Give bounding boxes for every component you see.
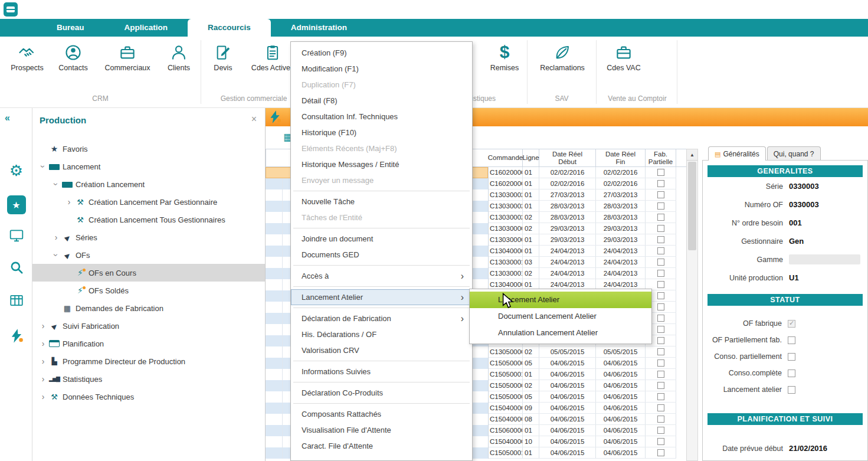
fab-partielle-checkbox[interactable]	[657, 191, 664, 198]
submenu-item[interactable]: Lancement Atelier	[470, 292, 651, 308]
fab-partielle-checkbox[interactable]	[657, 169, 664, 176]
grid-row[interactable]: C13030002 01 28/03/2013 28/03/2013	[489, 201, 676, 212]
menu-item[interactable]: Lancement Atelier	[291, 289, 472, 305]
tree-expander-icon[interactable]	[37, 374, 49, 384]
fab-partielle-checkbox[interactable]	[657, 270, 664, 277]
grid-row[interactable]: C15050001 01 04/06/2015 04/06/2015	[489, 369, 676, 380]
tree-item[interactable]: OFs	[32, 246, 265, 264]
tree-expander-icon[interactable]	[37, 321, 49, 331]
status-checkbox[interactable]	[788, 386, 795, 394]
menu-item[interactable]: Tâches de l'Entité	[291, 210, 472, 225]
tree-expander-icon[interactable]	[50, 233, 62, 242]
tree-item[interactable]: Lancement	[32, 158, 265, 175]
grid-row[interactable]: C13030002 02 28/03/2013 28/03/2013	[489, 212, 676, 223]
tree-item[interactable]: OFs en Cours	[32, 264, 265, 282]
tree-item[interactable]: Données Techniques	[32, 388, 265, 406]
tree-expander-icon[interactable]	[50, 179, 62, 189]
menu-item[interactable]: Joindre un document	[291, 231, 472, 247]
fab-partielle-checkbox[interactable]	[657, 303, 664, 310]
fab-partielle-checkbox[interactable]	[657, 371, 664, 378]
fab-partielle-checkbox[interactable]	[657, 247, 664, 254]
fab-partielle-checkbox[interactable]	[657, 337, 664, 344]
grid-row[interactable]: C1305000C 02 05/05/2015 05/05/2015	[489, 346, 676, 358]
devis-button[interactable]: Devis	[205, 44, 241, 81]
app-icon[interactable]	[4, 2, 18, 17]
grid-row[interactable]: C13030001 03 24/04/2013 24/04/2013	[489, 257, 676, 268]
tree-item[interactable]: Planification	[32, 335, 265, 352]
tree-item[interactable]: Programme Directeur de Production	[32, 352, 265, 370]
menu-item[interactable]: Envoyer un message	[291, 172, 472, 188]
fab-partielle-checkbox[interactable]	[657, 326, 664, 333]
menu-tab[interactable]: Administration	[271, 19, 367, 37]
tree-item[interactable]: Création Lancement Tous Gestionnaires	[32, 211, 265, 228]
favorites-button[interactable]	[0, 193, 32, 217]
menu-item[interactable]: Nouvelle Tâche	[291, 194, 472, 210]
grid-row[interactable]: C1304000C 01 24/04/2013 24/04/2013	[489, 246, 676, 257]
column-header[interactable]: Fab. Partielle	[646, 149, 676, 167]
cdes-vac-button[interactable]: Cdes VAC	[601, 44, 647, 81]
column-header[interactable]: Date Réel Début	[539, 149, 596, 167]
menu-item[interactable]: Duplication (F7)	[291, 77, 472, 93]
menu-item[interactable]: Consultation Inf. Techniques	[291, 109, 472, 125]
scroll-thumb[interactable]	[688, 162, 696, 250]
column-header[interactable]: Commande	[489, 149, 523, 167]
grid-row[interactable]: C1506000C 01 04/06/2015 04/06/2015	[489, 425, 676, 436]
menu-tab[interactable]: Bureau	[37, 19, 104, 37]
grid-row[interactable]: C1504000C 10 04/06/2015 04/06/2015	[489, 436, 676, 447]
tab-generalites[interactable]: Généralités	[708, 146, 766, 161]
submenu-item[interactable]: Document Lancement Atelier	[470, 308, 651, 325]
menu-item[interactable]: Valorisation CRV	[291, 342, 472, 358]
commerciaux-button[interactable]: Commerciaux	[98, 44, 157, 81]
menu-item[interactable]: Visualisation File d'Attente	[291, 422, 472, 438]
tree-expander-icon[interactable]	[37, 339, 49, 348]
menu-item[interactable]: His. Déclarations / OF	[291, 326, 472, 342]
production-module-button[interactable]	[0, 324, 32, 348]
submenu-item[interactable]: Annulation Lancement Atelier	[470, 325, 651, 341]
fab-partielle-checkbox[interactable]	[657, 416, 664, 423]
menu-item[interactable]: Déclaration de Fabrication	[291, 310, 472, 326]
remises-button[interactable]: $ Remises	[484, 44, 525, 81]
tree-expander-icon[interactable]	[37, 162, 49, 171]
grid-row[interactable]: C15050001 01 04/06/2015 04/06/2015	[489, 447, 676, 459]
menu-tab[interactable]: Application	[104, 19, 188, 37]
status-checkbox[interactable]	[788, 370, 795, 377]
prospects-button[interactable]: Prospects	[7, 44, 47, 81]
status-checkbox[interactable]	[788, 353, 795, 361]
fab-partielle-checkbox[interactable]	[657, 281, 664, 288]
close-panel-icon[interactable]: ×	[251, 114, 257, 125]
tree-item[interactable]: Suivi Fabrication	[32, 317, 265, 335]
modules-button[interactable]	[0, 159, 32, 182]
grid-row[interactable]: C13030001 02 24/04/2013 24/04/2013	[489, 268, 676, 279]
grid-row[interactable]: C1505000C 02 04/06/2015 04/06/2015	[489, 380, 676, 391]
grid-row[interactable]: C1505000C 05 04/06/2015 04/06/2015	[489, 358, 676, 369]
status-checkbox[interactable]	[788, 320, 795, 328]
tree-item[interactable]: Demandes de Fabrication	[32, 299, 265, 317]
table-view-button[interactable]	[0, 289, 32, 312]
menu-item[interactable]: Documents GED	[291, 247, 472, 263]
fab-partielle-checkbox[interactable]	[657, 292, 664, 299]
menu-item[interactable]: Détail (F8)	[291, 93, 472, 109]
grid-row[interactable]: C13030002 01 27/03/2013 27/03/2013	[489, 189, 676, 201]
grid-row[interactable]: C1602000C 01 02/02/2016 02/02/2016	[489, 167, 676, 178]
tree-expander-icon[interactable]	[37, 392, 49, 401]
desktop-button[interactable]	[0, 224, 32, 247]
menu-item[interactable]: Modification (F1)	[291, 61, 472, 77]
menu-item[interactable]: Eléments Récents (Maj+F8)	[291, 140, 472, 156]
fab-partielle-checkbox[interactable]	[657, 315, 664, 322]
fab-partielle-checkbox[interactable]	[657, 359, 664, 367]
menu-item[interactable]: Déclaration Co-Produits	[291, 385, 472, 401]
fab-partielle-checkbox[interactable]	[657, 427, 664, 434]
tree-item[interactable]: Création Lancement	[32, 175, 265, 193]
status-checkbox[interactable]	[788, 336, 795, 344]
fab-partielle-checkbox[interactable]	[657, 202, 664, 210]
menu-item[interactable]: Informations Suivies	[291, 364, 472, 380]
scroll-up-icon[interactable]	[687, 149, 697, 161]
menu-item[interactable]: Accès à	[291, 268, 472, 284]
fab-partielle-checkbox[interactable]	[657, 438, 664, 445]
tab-qui-quand[interactable]: Qui, quand ?	[767, 146, 821, 161]
grid-row[interactable]: C1505000C 05 04/06/2015 04/06/2015	[489, 391, 676, 403]
grid-row[interactable]: C1602000C 01 02/02/2016 02/02/2016	[489, 178, 676, 189]
grid-vertical-scrollbar[interactable]	[686, 149, 698, 461]
search-button[interactable]	[0, 256, 32, 279]
tree-item[interactable]: Séries	[32, 228, 265, 246]
